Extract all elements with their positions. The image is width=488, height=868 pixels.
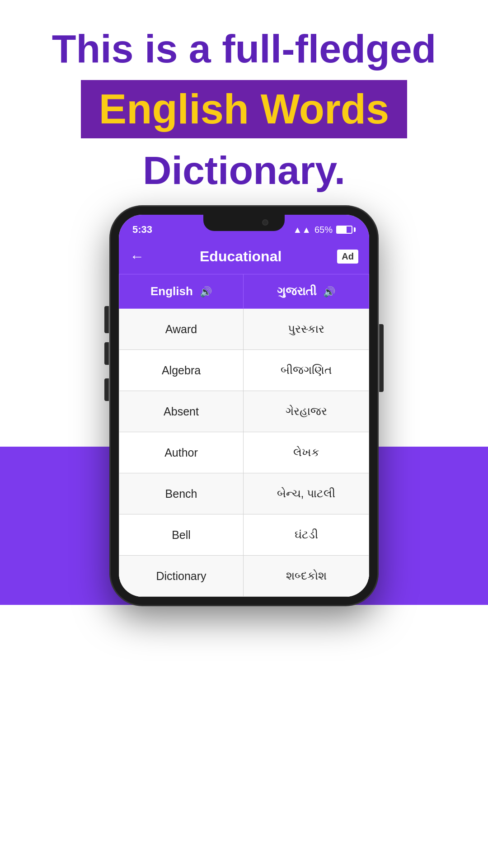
- gujarati-cell: ઘંટડી: [244, 514, 369, 556]
- gujarati-cell: બીજગણિત: [244, 350, 369, 391]
- ad-badge: Ad: [337, 250, 358, 264]
- table-row: Dictionaryશબ્દકોશ: [119, 556, 369, 597]
- volume-up-button: [104, 342, 109, 365]
- app-bar-title: Educational: [200, 248, 282, 265]
- gujarati-cell: શબ્દકોશ: [244, 556, 369, 597]
- english-cell: Author: [119, 432, 244, 473]
- status-icons: ▲▲ 65%: [293, 223, 356, 235]
- table-row: Authorલેખક: [119, 432, 369, 473]
- english-cell: Bell: [119, 514, 244, 556]
- app-bar: ← Educational Ad: [119, 239, 369, 274]
- camera-icon: [262, 219, 268, 226]
- gujarati-cell: બેન્ચ, પાટલી: [244, 473, 369, 514]
- battery-percent: 65%: [314, 225, 333, 235]
- hero-highlight-text: English Words: [99, 86, 389, 132]
- dictionary-table: English 🔊 ગુજરાતી 🔊 Awardપુરસ્કારAlgebra…: [119, 274, 369, 597]
- table-header-row: English 🔊 ગુજરાતી 🔊: [119, 274, 369, 309]
- english-cell: Bench: [119, 473, 244, 514]
- table-row: Awardપુરસ્કાર: [119, 309, 369, 350]
- phone-screen: 5:33 ▲▲ 65% ← Educ: [119, 215, 369, 597]
- status-time: 5:33: [132, 222, 152, 236]
- battery-tip: [354, 227, 356, 232]
- phone-and-bg: 5:33 ▲▲ 65% ← Educ: [0, 207, 488, 605]
- table-row: Absentગેરહાજર: [119, 391, 369, 432]
- hero-line3: Dictionary.: [27, 147, 461, 193]
- phone-frame: 5:33 ▲▲ 65% ← Educ: [111, 207, 377, 605]
- phone-positioner: 5:33 ▲▲ 65% ← Educ: [0, 207, 488, 605]
- gujarati-cell: પુરસ્કાર: [244, 309, 369, 350]
- english-cell: Award: [119, 309, 244, 350]
- battery-body: [336, 226, 352, 234]
- english-cell: Algebra: [119, 350, 244, 391]
- volume-down-button: [104, 378, 109, 401]
- gujarati-cell: લેખક: [244, 432, 369, 473]
- table-row: Algebraબીજગણિત: [119, 350, 369, 391]
- gujarati-sound-icon[interactable]: 🔊: [323, 286, 335, 297]
- english-cell: Absent: [119, 391, 244, 432]
- hero-section: This is a full-fledged English Words Dic…: [0, 0, 488, 207]
- battery-fill: [337, 226, 347, 233]
- english-cell: Dictionary: [119, 556, 244, 597]
- notch: [203, 215, 285, 231]
- back-button[interactable]: ←: [130, 248, 144, 265]
- table-row: Bellઘંટડી: [119, 514, 369, 556]
- col-english-header: English 🔊: [119, 274, 244, 309]
- hero-highlight-bar: English Words: [81, 80, 407, 138]
- signal-icon: ▲▲: [293, 225, 311, 235]
- english-sound-icon[interactable]: 🔊: [200, 286, 212, 297]
- power-button: [379, 351, 384, 392]
- battery-icon: [336, 226, 356, 234]
- status-bar: 5:33 ▲▲ 65%: [119, 215, 369, 239]
- col-gujarati-header: ગુજરાતી 🔊: [244, 274, 369, 309]
- gujarati-cell: ગેરહાજર: [244, 391, 369, 432]
- table-row: Benchબેન્ચ, પાટલી: [119, 473, 369, 514]
- hero-line1: This is a full-fledged: [27, 27, 461, 71]
